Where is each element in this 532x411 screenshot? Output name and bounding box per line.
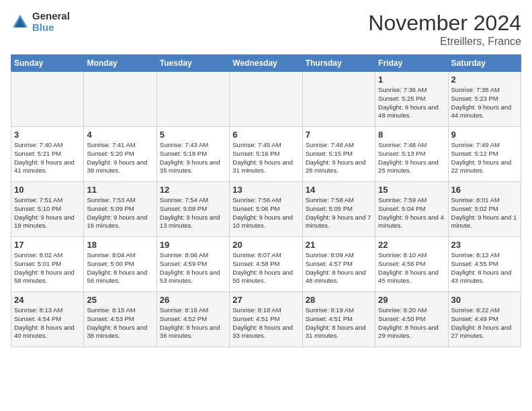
calendar-cell: 13Sunrise: 7:56 AM Sunset: 5:06 PM Dayli… [230, 182, 302, 237]
col-tuesday: Tuesday [157, 55, 229, 72]
col-wednesday: Wednesday [230, 55, 302, 72]
calendar-cell: 3Sunrise: 7:40 AM Sunset: 5:21 PM Daylig… [11, 127, 84, 182]
calendar-cell [230, 72, 302, 127]
calendar-week-2: 3Sunrise: 7:40 AM Sunset: 5:21 PM Daylig… [11, 127, 521, 182]
calendar-cell: 26Sunrise: 8:16 AM Sunset: 4:52 PM Dayli… [157, 292, 229, 347]
day-info: Sunrise: 7:46 AM Sunset: 5:15 PM Dayligh… [306, 141, 372, 175]
day-info: Sunrise: 8:12 AM Sunset: 4:55 PM Dayligh… [451, 251, 518, 285]
day-number: 6 [232, 130, 299, 140]
day-info: Sunrise: 7:54 AM Sunset: 5:08 PM Dayligh… [160, 196, 226, 230]
calendar-cell: 8Sunrise: 7:48 AM Sunset: 5:13 PM Daylig… [375, 127, 448, 182]
calendar-cell: 18Sunrise: 8:04 AM Sunset: 5:00 PM Dayli… [84, 237, 157, 292]
calendar-cell: 22Sunrise: 8:10 AM Sunset: 4:56 PM Dayli… [375, 237, 448, 292]
day-info: Sunrise: 7:49 AM Sunset: 5:12 PM Dayligh… [451, 141, 518, 175]
day-number: 23 [451, 240, 518, 250]
day-number: 15 [378, 185, 445, 195]
header: General Blue November 2024 Etreillers, F… [11, 11, 521, 48]
day-info: Sunrise: 7:48 AM Sunset: 5:13 PM Dayligh… [378, 141, 445, 175]
calendar-cell: 9Sunrise: 7:49 AM Sunset: 5:12 PM Daylig… [448, 127, 521, 182]
day-info: Sunrise: 7:59 AM Sunset: 5:04 PM Dayligh… [378, 196, 445, 230]
calendar-cell: 28Sunrise: 8:19 AM Sunset: 4:51 PM Dayli… [302, 292, 375, 347]
calendar-cell: 17Sunrise: 8:02 AM Sunset: 5:01 PM Dayli… [11, 237, 84, 292]
logo-general: General [32, 11, 70, 22]
logo-icon [11, 13, 30, 32]
calendar-cell [157, 72, 229, 127]
day-info: Sunrise: 8:20 AM Sunset: 4:50 PM Dayligh… [378, 306, 445, 340]
day-number: 20 [232, 240, 299, 250]
day-info: Sunrise: 7:41 AM Sunset: 5:20 PM Dayligh… [87, 141, 153, 175]
day-info: Sunrise: 7:58 AM Sunset: 5:05 PM Dayligh… [306, 196, 372, 230]
calendar-body: 1Sunrise: 7:36 AM Sunset: 5:25 PM Daylig… [11, 72, 521, 347]
day-info: Sunrise: 8:10 AM Sunset: 4:56 PM Dayligh… [378, 251, 445, 285]
day-number: 30 [451, 295, 518, 305]
calendar-cell: 23Sunrise: 8:12 AM Sunset: 4:55 PM Dayli… [448, 237, 521, 292]
day-number: 5 [160, 130, 226, 140]
day-number: 12 [160, 185, 226, 195]
day-info: Sunrise: 8:22 AM Sunset: 4:49 PM Dayligh… [451, 306, 518, 340]
calendar-cell: 21Sunrise: 8:09 AM Sunset: 4:57 PM Dayli… [302, 237, 375, 292]
calendar-cell: 5Sunrise: 7:43 AM Sunset: 5:18 PM Daylig… [157, 127, 229, 182]
calendar-cell: 2Sunrise: 7:38 AM Sunset: 5:23 PM Daylig… [448, 72, 521, 127]
calendar-cell: 7Sunrise: 7:46 AM Sunset: 5:15 PM Daylig… [302, 127, 375, 182]
day-info: Sunrise: 8:07 AM Sunset: 4:58 PM Dayligh… [232, 251, 299, 285]
day-number: 11 [87, 185, 153, 195]
calendar-table: Sunday Monday Tuesday Wednesday Thursday… [11, 54, 521, 347]
day-number: 29 [378, 295, 445, 305]
month-title: November 2024 [368, 11, 521, 36]
day-info: Sunrise: 8:15 AM Sunset: 4:53 PM Dayligh… [87, 306, 153, 340]
day-info: Sunrise: 8:19 AM Sunset: 4:51 PM Dayligh… [306, 306, 372, 340]
day-number: 7 [306, 130, 372, 140]
day-number: 4 [87, 130, 153, 140]
day-number: 1 [378, 75, 445, 85]
col-sunday: Sunday [11, 55, 84, 72]
calendar-week-5: 24Sunrise: 8:13 AM Sunset: 4:54 PM Dayli… [11, 292, 521, 347]
logo-text: General Blue [32, 11, 70, 33]
col-monday: Monday [84, 55, 157, 72]
col-saturday: Saturday [448, 55, 521, 72]
day-info: Sunrise: 8:02 AM Sunset: 5:01 PM Dayligh… [14, 251, 81, 285]
day-number: 27 [232, 295, 299, 305]
day-number: 8 [378, 130, 445, 140]
day-info: Sunrise: 8:13 AM Sunset: 4:54 PM Dayligh… [14, 306, 81, 340]
day-number: 17 [14, 240, 81, 250]
day-number: 16 [451, 185, 518, 195]
calendar-cell: 1Sunrise: 7:36 AM Sunset: 5:25 PM Daylig… [375, 72, 448, 127]
calendar-header: Sunday Monday Tuesday Wednesday Thursday… [11, 55, 521, 72]
calendar-cell: 29Sunrise: 8:20 AM Sunset: 4:50 PM Dayli… [375, 292, 448, 347]
calendar-cell: 12Sunrise: 7:54 AM Sunset: 5:08 PM Dayli… [157, 182, 229, 237]
calendar-cell: 25Sunrise: 8:15 AM Sunset: 4:53 PM Dayli… [84, 292, 157, 347]
day-number: 10 [14, 185, 81, 195]
day-info: Sunrise: 7:36 AM Sunset: 5:25 PM Dayligh… [378, 86, 445, 120]
calendar-cell: 24Sunrise: 8:13 AM Sunset: 4:54 PM Dayli… [11, 292, 84, 347]
day-number: 2 [451, 75, 518, 85]
day-info: Sunrise: 8:01 AM Sunset: 5:02 PM Dayligh… [451, 196, 518, 230]
day-number: 25 [87, 295, 153, 305]
day-number: 26 [160, 295, 226, 305]
day-info: Sunrise: 7:56 AM Sunset: 5:06 PM Dayligh… [232, 196, 299, 230]
calendar-cell: 14Sunrise: 7:58 AM Sunset: 5:05 PM Dayli… [302, 182, 375, 237]
col-thursday: Thursday [302, 55, 375, 72]
day-info: Sunrise: 8:06 AM Sunset: 4:59 PM Dayligh… [160, 251, 226, 285]
page-container: General Blue November 2024 Etreillers, F… [0, 0, 532, 354]
day-info: Sunrise: 8:09 AM Sunset: 4:57 PM Dayligh… [306, 251, 372, 285]
day-number: 21 [306, 240, 372, 250]
calendar-cell: 27Sunrise: 8:18 AM Sunset: 4:51 PM Dayli… [230, 292, 302, 347]
calendar-cell: 4Sunrise: 7:41 AM Sunset: 5:20 PM Daylig… [84, 127, 157, 182]
day-info: Sunrise: 7:40 AM Sunset: 5:21 PM Dayligh… [14, 141, 81, 175]
day-info: Sunrise: 7:38 AM Sunset: 5:23 PM Dayligh… [451, 86, 518, 120]
title-block: November 2024 Etreillers, France [368, 11, 521, 48]
day-number: 19 [160, 240, 226, 250]
calendar-cell [11, 72, 84, 127]
calendar-week-4: 17Sunrise: 8:02 AM Sunset: 5:01 PM Dayli… [11, 237, 521, 292]
day-info: Sunrise: 7:43 AM Sunset: 5:18 PM Dayligh… [160, 141, 226, 175]
day-info: Sunrise: 7:45 AM Sunset: 5:16 PM Dayligh… [232, 141, 299, 175]
calendar-cell [302, 72, 375, 127]
day-info: Sunrise: 8:04 AM Sunset: 5:00 PM Dayligh… [87, 251, 153, 285]
day-number: 9 [451, 130, 518, 140]
calendar-week-3: 10Sunrise: 7:51 AM Sunset: 5:10 PM Dayli… [11, 182, 521, 237]
calendar-cell: 20Sunrise: 8:07 AM Sunset: 4:58 PM Dayli… [230, 237, 302, 292]
calendar-cell: 15Sunrise: 7:59 AM Sunset: 5:04 PM Dayli… [375, 182, 448, 237]
day-number: 14 [306, 185, 372, 195]
calendar-cell: 11Sunrise: 7:53 AM Sunset: 5:09 PM Dayli… [84, 182, 157, 237]
location: Etreillers, France [368, 36, 521, 48]
